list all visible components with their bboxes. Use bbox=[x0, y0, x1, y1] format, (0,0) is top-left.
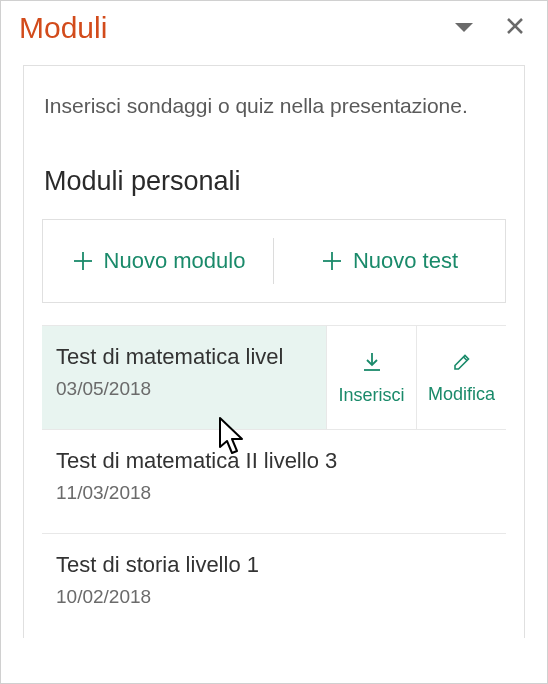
list-item[interactable]: Test di matematica livel 03/05/2018 Inse… bbox=[42, 326, 506, 430]
section-title: Moduli personali bbox=[24, 128, 524, 219]
pane-header: Moduli bbox=[1, 1, 547, 53]
list-item-date: 10/02/2018 bbox=[56, 586, 494, 608]
pane-title: Moduli bbox=[19, 11, 107, 45]
dropdown-icon[interactable] bbox=[451, 15, 477, 41]
new-form-label: Nuovo modulo bbox=[104, 248, 246, 274]
pane-content: Inserisci sondaggi o quiz nella presenta… bbox=[23, 65, 525, 638]
insert-icon bbox=[360, 350, 384, 379]
list-item-date: 03/05/2018 bbox=[56, 378, 314, 400]
list-item[interactable]: Test di storia livello 1 10/02/2018 bbox=[42, 534, 506, 638]
new-form-button[interactable]: Nuovo modulo bbox=[43, 220, 274, 302]
list-item-title: Test di matematica livel bbox=[56, 344, 314, 370]
list-item-title: Test di matematica II livello 3 bbox=[56, 448, 494, 474]
list-item-date: 11/03/2018 bbox=[56, 482, 494, 504]
edit-button[interactable]: Modifica bbox=[416, 326, 506, 429]
insert-label: Inserisci bbox=[338, 385, 404, 406]
edit-label: Modifica bbox=[428, 384, 495, 405]
forms-list: Test di matematica livel 03/05/2018 Inse… bbox=[42, 325, 506, 638]
list-item-info: Test di matematica II livello 3 11/03/20… bbox=[42, 430, 506, 533]
insert-button[interactable]: Inserisci bbox=[326, 326, 416, 429]
pencil-icon bbox=[451, 351, 473, 378]
list-item-info: Test di storia livello 1 10/02/2018 bbox=[42, 534, 506, 638]
list-item[interactable]: Test di matematica II livello 3 11/03/20… bbox=[42, 430, 506, 534]
list-item-title: Test di storia livello 1 bbox=[56, 552, 494, 578]
header-controls bbox=[451, 12, 529, 44]
svg-marker-0 bbox=[455, 23, 473, 32]
intro-text: Inserisci sondaggi o quiz nella presenta… bbox=[24, 66, 524, 128]
new-quiz-label: Nuovo test bbox=[353, 248, 458, 274]
close-icon[interactable] bbox=[501, 12, 529, 44]
new-quiz-button[interactable]: Nuovo test bbox=[274, 220, 505, 302]
list-item-info: Test di matematica livel 03/05/2018 bbox=[42, 326, 326, 429]
new-buttons-row: Nuovo modulo Nuovo test bbox=[42, 219, 506, 303]
plus-icon bbox=[72, 250, 94, 272]
plus-icon bbox=[321, 250, 343, 272]
